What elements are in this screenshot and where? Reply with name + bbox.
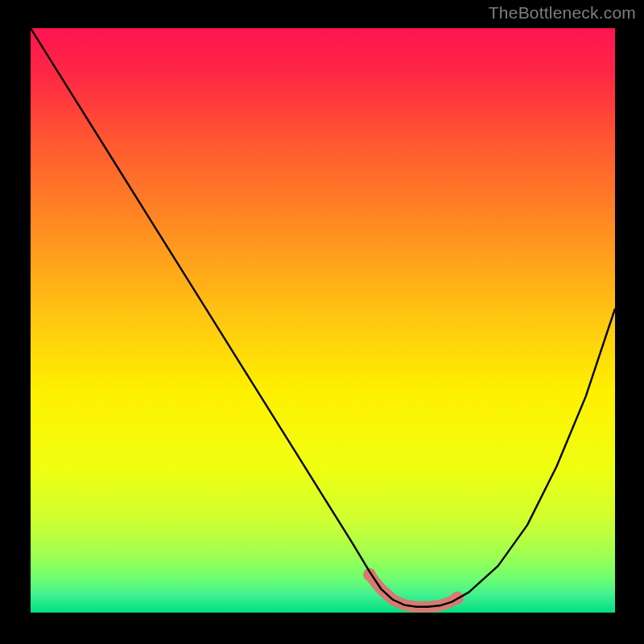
- chart-container: TheBottleneck.com: [0, 0, 644, 644]
- attribution-text: TheBottleneck.com: [489, 3, 636, 23]
- bottleneck-chart: [31, 28, 615, 613]
- plot-area: [31, 28, 615, 613]
